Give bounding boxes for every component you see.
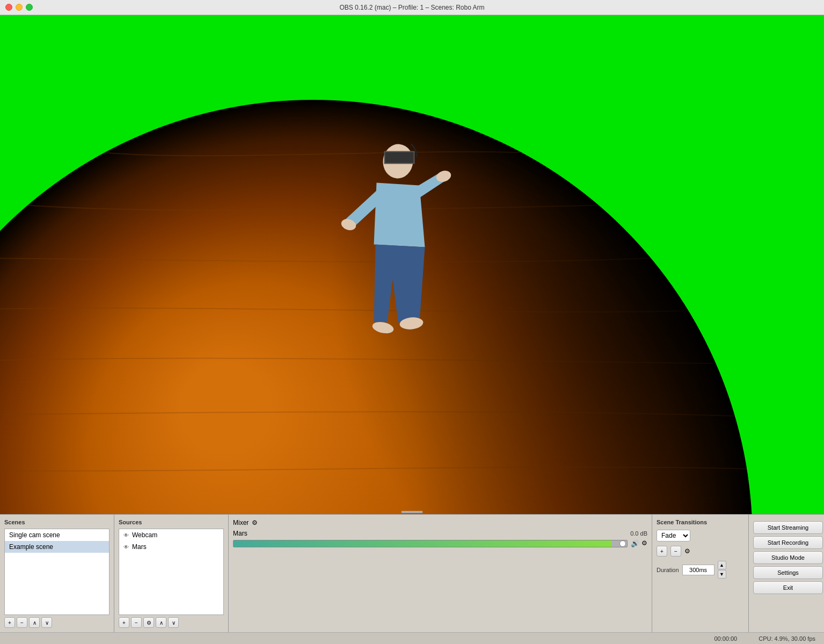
transitions-duration-row: Duration ▲ ▼ <box>657 561 744 579</box>
preview-container <box>0 15 824 514</box>
status-time: 00:00:00 <box>714 635 737 642</box>
mixer-header: Mixer ⚙ <box>233 519 647 526</box>
transition-type-select[interactable]: Fade Cut Swipe Slide <box>657 530 690 541</box>
maximize-button[interactable] <box>26 4 33 11</box>
transitions-controls: + − ⚙ <box>657 546 744 557</box>
transition-settings-icon[interactable]: ⚙ <box>684 547 690 555</box>
sources-header: Sources <box>119 519 224 525</box>
mixer-bar-container-0: 🔊 ⚙ <box>233 539 647 547</box>
bottom-panel: Scenes Single cam scene Example scene + … <box>0 514 824 632</box>
mixer-bar-thumb-0[interactable] <box>619 540 626 547</box>
transition-add-button[interactable]: + <box>657 546 667 557</box>
mixer-bar-fill-0 <box>234 540 611 547</box>
transitions-panel: Scene Transitions Fade Cut Swipe Slide +… <box>652 515 749 632</box>
scene-up-button[interactable]: ∧ <box>29 617 40 628</box>
mixer-track-db-0: 0.0 dB <box>630 530 647 537</box>
scenes-panel: Scenes Single cam scene Example scene + … <box>0 515 114 632</box>
mixer-track-0: Mars 0.0 dB 🔊 ⚙ <box>233 530 647 547</box>
duration-increment-button[interactable]: ▲ <box>718 561 726 569</box>
sources-panel: Sources 👁 Webcam 👁 Mars + − ⚙ ∧ ∨ <box>114 515 229 632</box>
mixer-track-header-0: Mars 0.0 dB <box>233 530 647 537</box>
app-container: OBS 0.16.2 (mac) – Profile: 1 – Scenes: … <box>0 0 824 644</box>
mixer-settings-icon[interactable]: ⚙ <box>252 519 258 526</box>
scene-item-0[interactable]: Single cam scene <box>5 529 109 541</box>
duration-stepper: ▲ ▼ <box>718 561 726 579</box>
source-settings-button[interactable]: ⚙ <box>143 617 154 628</box>
duration-label: Duration <box>657 567 679 573</box>
source-remove-button[interactable]: − <box>131 617 142 628</box>
source-visibility-icon-0[interactable]: 👁 <box>123 532 129 538</box>
start-recording-button[interactable]: Start Recording <box>753 536 823 549</box>
source-list: 👁 Webcam 👁 Mars <box>119 529 224 615</box>
mixer-label: Mixer <box>233 519 249 526</box>
scene-add-button[interactable]: + <box>4 617 15 628</box>
start-streaming-button[interactable]: Start Streaming <box>753 521 823 534</box>
sources-toolbar: + − ⚙ ∧ ∨ <box>119 615 224 628</box>
transitions-select-row: Fade Cut Swipe Slide <box>657 530 744 541</box>
studio-mode-button[interactable]: Studio Mode <box>753 551 823 564</box>
source-visibility-icon-1[interactable]: 👁 <box>123 544 129 550</box>
mixer-panel: Mixer ⚙ Mars 0.0 dB 🔊 ⚙ <box>229 515 652 632</box>
mixer-track-settings-icon-0[interactable]: ⚙ <box>641 539 647 547</box>
duration-input[interactable] <box>682 565 714 575</box>
scene-remove-button[interactable]: − <box>17 617 27 628</box>
mixer-mute-icon-0[interactable]: 🔊 <box>631 539 639 547</box>
statusbar: 00:00:00 CPU: 4.9%, 30.00 fps <box>0 632 824 644</box>
main-area <box>0 15 824 514</box>
window-title: OBS 0.16.2 (mac) – Profile: 1 – Scenes: … <box>339 4 484 11</box>
transition-remove-button[interactable]: − <box>670 546 681 557</box>
source-down-button[interactable]: ∨ <box>168 617 179 628</box>
exit-button[interactable]: Exit <box>753 581 823 594</box>
scenes-toolbar: + − ∧ ∨ <box>4 615 110 628</box>
mixer-track-name-0: Mars <box>233 530 247 537</box>
controls-panel: Start Streaming Start Recording Studio M… <box>749 515 824 632</box>
titlebar: OBS 0.16.2 (mac) – Profile: 1 – Scenes: … <box>0 0 824 15</box>
source-item-0[interactable]: 👁 Webcam <box>119 529 223 541</box>
close-button[interactable] <box>5 4 12 11</box>
scene-item-1[interactable]: Example scene <box>5 541 109 553</box>
minimize-button[interactable] <box>16 4 23 11</box>
mixer-icons-0: 🔊 ⚙ <box>631 539 647 547</box>
traffic-lights <box>5 4 33 11</box>
source-add-button[interactable]: + <box>119 617 129 628</box>
source-item-1[interactable]: 👁 Mars <box>119 541 223 553</box>
source-up-button[interactable]: ∧ <box>156 617 166 628</box>
transitions-header: Scene Transitions <box>657 519 744 525</box>
mixer-volume-slider-0[interactable] <box>233 540 628 547</box>
scenes-header: Scenes <box>4 519 110 525</box>
source-name-1: Mars <box>132 543 147 551</box>
preview-canvas <box>0 15 824 514</box>
duration-decrement-button[interactable]: ▼ <box>718 570 726 579</box>
scene-list: Single cam scene Example scene <box>4 529 110 615</box>
scene-down-button[interactable]: ∨ <box>41 617 52 628</box>
source-name-0: Webcam <box>132 531 157 539</box>
settings-button[interactable]: Settings <box>753 566 823 579</box>
status-cpu: CPU: 4.9%, 30.00 fps <box>759 635 815 642</box>
